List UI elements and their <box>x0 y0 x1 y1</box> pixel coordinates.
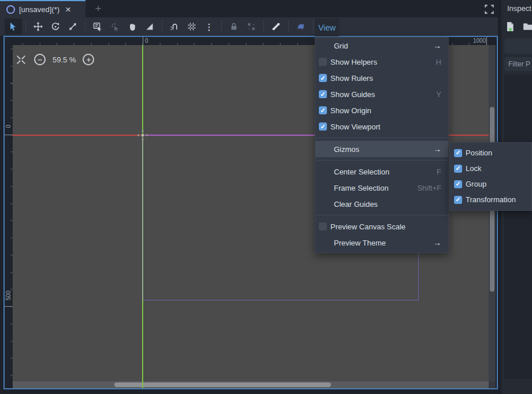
new-scene-tab-button[interactable]: + <box>90 0 106 17</box>
horizontal-scrollbar-thumb[interactable] <box>114 382 331 387</box>
checkbox-checked-icon: ✓ <box>319 74 327 82</box>
bone-icon <box>271 22 281 31</box>
ruler-label: 1000 <box>473 37 486 44</box>
close-icon[interactable]: × <box>65 5 71 14</box>
smart-snap-button[interactable] <box>166 18 183 35</box>
checkbox-checked-icon: ✓ <box>319 90 327 98</box>
toolbar-divider <box>162 20 162 33</box>
ruler-tool-button[interactable] <box>141 18 158 35</box>
toolbar-divider <box>288 20 289 33</box>
menu-item-preview-theme[interactable]: Preview Theme → <box>315 235 448 251</box>
smart-snap-icon <box>170 22 179 31</box>
ruler-label: 0 <box>5 125 12 128</box>
pan-tool-button[interactable] <box>124 18 141 35</box>
submenu-item-lock[interactable]: ✓ Lock <box>450 161 531 176</box>
list-select-icon <box>93 22 102 31</box>
select-tool-button[interactable] <box>5 18 22 35</box>
skeleton-bone-button[interactable] <box>267 18 285 35</box>
checkbox-checked-icon: ✓ <box>454 165 462 173</box>
checkbox-unchecked-icon <box>319 222 327 231</box>
inspector-body <box>504 75 532 379</box>
menu-item-clear-guides[interactable]: Clear Guides <box>315 196 448 212</box>
submenu-item-group[interactable]: ✓ Group <box>450 176 531 192</box>
checkbox-checked-icon: ✓ <box>454 180 462 188</box>
checkbox-checked-icon: ✓ <box>454 196 462 204</box>
menu-item-show-rulers[interactable]: ✓ Show Rulers <box>315 70 448 86</box>
scene-icon <box>6 5 15 14</box>
rotate-icon <box>51 22 60 31</box>
menu-item-gizmos[interactable]: Gizmos → <box>315 141 448 157</box>
center-view-icon[interactable] <box>16 55 26 65</box>
snap-options-button[interactable]: ⋮ <box>200 18 218 35</box>
ruler-corner <box>5 37 13 45</box>
submenu-arrow-icon: → <box>433 41 441 50</box>
list-select-tool-button[interactable] <box>89 18 106 35</box>
lock-object-button[interactable] <box>225 18 243 35</box>
zoom-out-button[interactable]: − <box>34 54 46 65</box>
scale-tool-button[interactable] <box>64 18 81 35</box>
move-tool-button[interactable] <box>29 18 47 35</box>
menu-item-show-helpers[interactable]: Show Helpers H <box>315 54 448 70</box>
toolbar-divider <box>313 20 314 33</box>
zoom-in-button[interactable]: + <box>83 54 94 65</box>
group-icon <box>247 22 256 31</box>
checkbox-checked-icon: ✓ <box>319 122 327 131</box>
select-arrow-icon <box>9 22 18 31</box>
bottom-strip <box>0 389 498 394</box>
view-menu-button[interactable]: View <box>315 18 339 36</box>
submenu-arrow-icon: → <box>433 144 441 154</box>
toolbar-divider <box>263 20 264 33</box>
expand-icon <box>484 4 494 14</box>
move-icon <box>34 22 43 31</box>
select-region-tool-button[interactable] <box>106 18 124 35</box>
toolbar-divider <box>221 20 222 33</box>
canvas-horizontal-scrollbar[interactable] <box>13 381 489 388</box>
y-axis-line <box>142 135 143 300</box>
menu-item-show-guides[interactable]: ✓ Show Guides Y <box>315 86 448 102</box>
pivot-select-icon <box>110 22 120 31</box>
ruler-vertical: 0 500 <box>5 45 13 388</box>
checkbox-checked-icon: ✓ <box>319 106 327 114</box>
canvas-vertical-scrollbar[interactable] <box>489 45 496 381</box>
toolbar-divider <box>85 20 85 33</box>
skeleton-options-button[interactable] <box>292 18 310 35</box>
menu-item-show-viewport[interactable]: ✓ Show Viewport <box>315 118 448 135</box>
view-menu-popup: Grid → Show Helpers H ✓ Show Rulers ✓ Sh… <box>315 37 449 253</box>
group-object-button[interactable] <box>243 18 260 35</box>
new-resource-icon[interactable] <box>505 21 515 32</box>
menu-item-preview-canvas-scale[interactable]: Preview Canvas Scale <box>315 218 448 235</box>
lock-icon <box>229 22 239 31</box>
grid-snap-button[interactable] <box>183 18 200 35</box>
menu-item-grid[interactable]: Grid → <box>315 38 448 54</box>
menu-item-frame-selection[interactable]: Frame Selection Shift+F <box>315 180 448 196</box>
vertical-dots-icon: ⋮ <box>205 23 214 31</box>
resource-selector[interactable] <box>504 38 532 54</box>
inspector-title: Inspect <box>507 4 531 13</box>
distraction-free-mode-icon[interactable] <box>483 3 495 15</box>
pan-hand-icon <box>128 22 137 31</box>
load-resource-folder-icon[interactable] <box>523 21 532 32</box>
submenu-arrow-icon: → <box>433 238 441 247</box>
menu-separator <box>316 160 448 161</box>
toolbar-divider <box>25 20 26 33</box>
checkbox-checked-icon: ✓ <box>454 149 462 157</box>
zoom-level-label[interactable]: 59.5 % <box>53 55 76 64</box>
rotate-tool-button[interactable] <box>47 18 64 35</box>
submenu-item-transformation[interactable]: ✓ Transformation <box>450 192 531 207</box>
canvas-toolbar: ⋮ <box>0 17 498 36</box>
filter-properties-input[interactable]: Filter P <box>504 57 532 71</box>
x-axis-line <box>12 135 142 136</box>
scene-tab-bar: [unsaved](*) × + <box>0 0 498 17</box>
scene-tab-label: [unsaved](*) <box>19 5 59 14</box>
skeleton-options-icon <box>296 22 306 31</box>
ruler-label: 0 <box>145 37 148 44</box>
ruler-label: 500 <box>5 291 12 300</box>
origin-marker <box>137 130 148 140</box>
y-axis-line <box>142 300 143 388</box>
menu-item-center-selection[interactable]: Center Selection F <box>315 163 448 180</box>
submenu-item-position[interactable]: ✓ Position <box>450 145 531 161</box>
scene-tab[interactable]: [unsaved](*) × <box>0 0 85 17</box>
scale-icon <box>68 22 77 31</box>
menu-item-show-origin[interactable]: ✓ Show Origin <box>315 102 448 118</box>
y-axis-line <box>142 45 143 135</box>
